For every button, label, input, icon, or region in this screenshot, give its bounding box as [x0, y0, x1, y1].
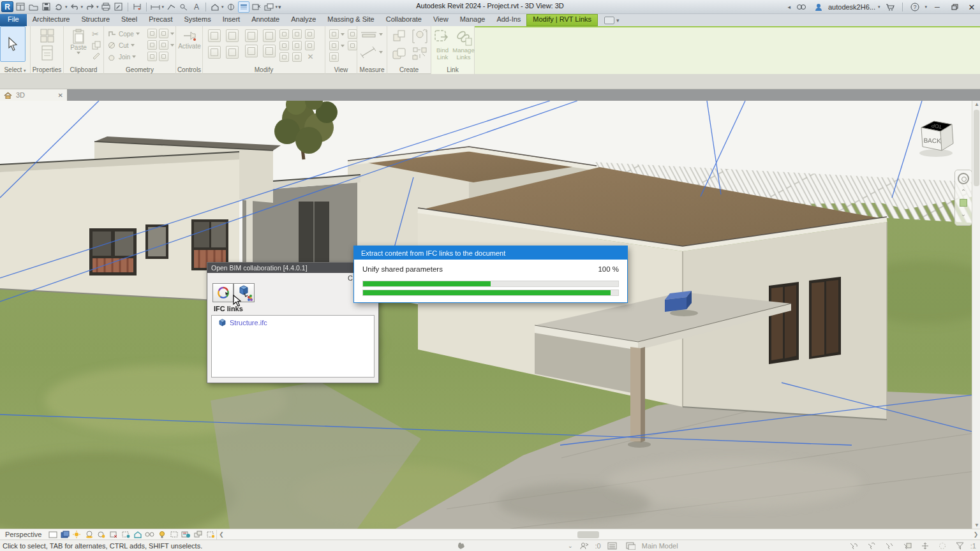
panel-clipboard-label[interactable]: Clipboard	[64, 66, 103, 73]
zoom-icon[interactable]: ⌃	[961, 188, 966, 195]
temporary-view-properties-icon[interactable]	[169, 531, 179, 539]
tag-icon[interactable]	[178, 1, 189, 13]
close-button[interactable]: ✕	[965, 1, 979, 13]
orbit-icon[interactable]: ⌄	[961, 210, 966, 217]
undo-dropdown-icon[interactable]: ▾	[81, 4, 84, 10]
3d-viewport[interactable]: TOP BACK ⌃ ⌄ ▲ ▼ Open BIM collaboration …	[0, 101, 980, 529]
app-store-icon[interactable]	[886, 3, 895, 11]
minimize-button[interactable]: ─	[930, 1, 944, 13]
ifc-link-item[interactable]: Structure.ifc	[212, 316, 374, 327]
panel-geometry-label[interactable]: Geometry	[104, 66, 175, 73]
switch-windows-dropdown-icon[interactable]: ▾	[276, 4, 278, 10]
panel-view-label[interactable]: View	[325, 66, 357, 73]
panel-measure-label[interactable]: Measure	[357, 66, 387, 73]
restore-button[interactable]	[947, 1, 961, 13]
scroll-right-icon[interactable]: ❯	[972, 531, 980, 538]
panel-link-label[interactable]: Link	[431, 66, 474, 73]
tab-insert[interactable]: Insert	[217, 14, 246, 26]
show-crop-icon[interactable]	[121, 531, 130, 539]
worksets-dropdown-icon[interactable]: ⌄	[568, 543, 573, 549]
measure-icon[interactable]	[131, 1, 143, 13]
viewcube[interactable]: TOP BACK	[915, 116, 957, 158]
vertical-scroll-thumb[interactable]	[974, 110, 979, 186]
tab-architecture[interactable]: Architecture	[27, 14, 76, 26]
scroll-left-icon[interactable]: ❮	[217, 531, 225, 538]
ribbon-state-dropdown-icon[interactable]: ▾	[616, 17, 620, 24]
redo-dropdown-icon[interactable]: ▾	[96, 4, 99, 10]
panel-properties-label[interactable]: Properties	[31, 66, 63, 73]
bim-panel-title[interactable]: Open BIM collaboration [4.4.0.1]	[207, 263, 378, 273]
panel-modify-label[interactable]: Modify	[203, 66, 325, 73]
displacement-icon[interactable]	[193, 531, 203, 539]
pan-icon[interactable]	[960, 199, 967, 207]
default-3d-view-icon[interactable]	[209, 1, 221, 13]
properties-toggle-icon[interactable]	[15, 1, 26, 13]
tab-collaborate[interactable]: Collaborate	[380, 14, 427, 26]
close-hidden-windows-icon[interactable]	[251, 1, 262, 13]
scroll-up-icon[interactable]: ▲	[974, 102, 979, 107]
account-dropdown-icon[interactable]: ▾	[878, 4, 880, 10]
lock-3d-view-icon[interactable]	[133, 531, 142, 539]
navigation-bar[interactable]: ⌃ ⌄	[954, 170, 972, 226]
tab-file[interactable]: File	[0, 14, 27, 26]
ifc-links-list[interactable]: Structure.ifc	[211, 315, 375, 378]
temporary-hide-isolate-icon[interactable]	[145, 531, 154, 539]
sync-dropdown-icon[interactable]: ▾	[65, 4, 68, 10]
revit-logo-icon[interactable]: R	[1, 1, 13, 12]
ribbon-state-icon[interactable]	[604, 17, 614, 24]
panel-create-label[interactable]: Create	[387, 66, 431, 73]
scale-icon[interactable]	[48, 531, 57, 539]
tab-view[interactable]: View	[427, 14, 454, 26]
select-by-face-icon[interactable]	[903, 542, 912, 550]
vertical-scrollbar[interactable]: ▲ ▼	[972, 101, 980, 529]
tab-steel[interactable]: Steel	[115, 14, 143, 26]
help-dropdown-icon[interactable]: ▾	[924, 4, 927, 10]
collapse-icon[interactable]: ◂	[787, 4, 791, 10]
sun-path-icon[interactable]	[72, 531, 82, 539]
select-underlay-icon[interactable]	[867, 542, 876, 550]
3d-view-dropdown-icon[interactable]: ▾	[221, 4, 224, 10]
help-icon[interactable]: ?	[910, 3, 919, 11]
tab-massing-site[interactable]: Massing & Site	[322, 14, 380, 26]
view-scale-label[interactable]: Perspective	[0, 531, 47, 538]
select-links-icon[interactable]	[849, 542, 858, 550]
design-options-icon[interactable]	[626, 542, 635, 550]
view-tab-3d[interactable]: 3D ✕	[0, 89, 68, 101]
modify-tool-button[interactable]	[0, 26, 26, 62]
redo-icon[interactable]	[84, 1, 96, 13]
select-pinned-icon[interactable]	[885, 542, 894, 550]
drag-on-selection-icon[interactable]	[921, 542, 930, 550]
open-icon[interactable]	[27, 1, 39, 13]
tab-systems[interactable]: Systems	[178, 14, 216, 26]
tab-precast[interactable]: Precast	[143, 14, 178, 26]
aligned-dimension-icon[interactable]	[150, 1, 161, 13]
close-view-icon[interactable]: ✕	[58, 92, 63, 99]
customize-qat-icon[interactable]: ▾	[278, 4, 281, 10]
worksets-icon[interactable]	[607, 542, 617, 550]
background-processes-icon[interactable]	[939, 542, 947, 550]
horizontal-scroll-thumb[interactable]	[577, 531, 599, 538]
text-icon[interactable]: A	[191, 1, 202, 13]
search-icon[interactable]	[796, 3, 806, 11]
tab-analyze[interactable]: Analyze	[285, 14, 322, 26]
scroll-down-icon[interactable]: ▼	[974, 523, 979, 527]
thin-lines-icon[interactable]	[238, 1, 249, 13]
switch-windows-icon[interactable]	[264, 1, 275, 13]
active-design-option[interactable]: Main Model	[642, 542, 678, 550]
tab-modify-rvt-links[interactable]: Modify | RVT Links	[526, 14, 598, 26]
sync-icon[interactable]	[53, 1, 64, 13]
horizontal-scrollbar[interactable]: ❮ ❯	[216, 530, 980, 540]
tab-annotate[interactable]: Annotate	[246, 14, 285, 26]
visual-style-icon[interactable]	[60, 531, 70, 539]
account-name[interactable]: autodesk2H6...	[828, 3, 875, 11]
crop-view-icon[interactable]	[108, 531, 118, 539]
save-icon[interactable]	[40, 1, 52, 13]
panel-controls-label[interactable]: Controls	[176, 66, 202, 73]
shadows-icon[interactable]	[84, 531, 94, 539]
edit-type-icon[interactable]	[113, 1, 124, 13]
tab-structure[interactable]: Structure	[75, 14, 115, 26]
dimension-dropdown-icon[interactable]: ▾	[162, 4, 165, 10]
editable-only-icon[interactable]	[579, 542, 589, 550]
openbim-import-button[interactable]	[212, 283, 234, 302]
rendering-icon[interactable]	[96, 531, 106, 539]
